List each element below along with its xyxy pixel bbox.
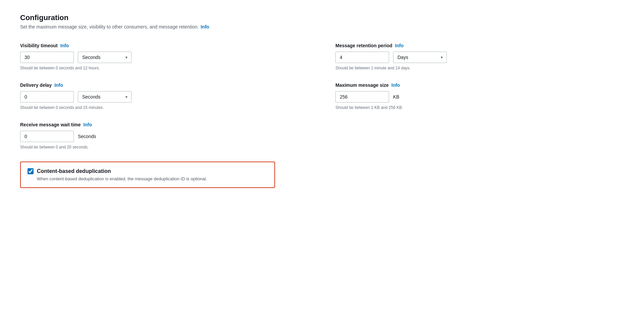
- delivery-delay-hint: Should be between 0 seconds and 15 minut…: [20, 105, 309, 110]
- message-retention-hint: Should be between 1 minute and 14 days.: [335, 66, 624, 70]
- message-retention-section: Message retention period Info Seconds Mi…: [335, 43, 624, 70]
- deduplication-description: When content-based deduplication is enab…: [28, 176, 268, 181]
- message-retention-field-row: Seconds Minutes Hours Days ▼: [335, 52, 624, 63]
- visibility-timeout-input[interactable]: [20, 52, 74, 63]
- deduplication-box: Content-based deduplication When content…: [20, 162, 275, 188]
- deduplication-label: Content-based deduplication: [37, 168, 111, 174]
- delivery-delay-label: Delivery delay Info: [20, 82, 309, 88]
- visibility-timeout-info-link[interactable]: Info: [60, 43, 69, 48]
- message-retention-info-link[interactable]: Info: [395, 43, 404, 48]
- visibility-timeout-field-row: Seconds Minutes Hours ▼: [20, 52, 309, 63]
- receive-wait-time-input[interactable]: [20, 131, 74, 142]
- receive-wait-time-unit: Seconds: [78, 134, 96, 139]
- message-retention-select[interactable]: Seconds Minutes Hours Days: [393, 52, 447, 63]
- delivery-delay-field-row: Seconds Minutes ▼: [20, 91, 309, 103]
- right-column: Message retention period Info Seconds Mi…: [335, 43, 624, 188]
- delivery-delay-section: Delivery delay Info Seconds Minutes ▼ Sh…: [20, 82, 309, 110]
- delivery-delay-input[interactable]: [20, 91, 74, 103]
- max-message-size-section: Maximum message size Info KB Should be b…: [335, 82, 624, 110]
- receive-wait-time-info-link[interactable]: Info: [84, 122, 92, 127]
- max-message-size-input[interactable]: [335, 91, 389, 103]
- message-retention-label: Message retention period Info: [335, 43, 624, 48]
- message-retention-input[interactable]: [335, 52, 389, 63]
- visibility-timeout-select[interactable]: Seconds Minutes Hours: [78, 52, 131, 63]
- max-message-size-hint: Should be between 1 KB and 256 KB.: [335, 105, 624, 110]
- deduplication-checkbox[interactable]: [28, 168, 34, 174]
- max-message-size-label: Maximum message size Info: [335, 82, 624, 88]
- visibility-timeout-section: Visibility timeout Info Seconds Minutes …: [20, 43, 309, 70]
- visibility-timeout-label: Visibility timeout Info: [20, 43, 309, 48]
- delivery-delay-select-wrapper: Seconds Minutes ▼: [78, 91, 131, 103]
- visibility-timeout-select-wrapper: Seconds Minutes Hours ▼: [78, 52, 131, 63]
- header-info-link[interactable]: Info: [201, 24, 209, 29]
- visibility-timeout-hint: Should be between 0 seconds and 12 hours…: [20, 66, 309, 70]
- receive-wait-time-label: Receive message wait time Info: [20, 122, 309, 127]
- delivery-delay-info-link[interactable]: Info: [54, 82, 63, 88]
- receive-wait-time-field-row: Seconds: [20, 131, 309, 142]
- max-message-size-field-row: KB: [335, 91, 624, 103]
- receive-wait-time-hint: Should be between 0 and 20 seconds.: [20, 145, 309, 149]
- page-title: Configuration: [20, 13, 624, 22]
- deduplication-checkbox-row: Content-based deduplication: [28, 168, 268, 174]
- config-grid: Visibility timeout Info Seconds Minutes …: [20, 43, 624, 188]
- subtitle-text: Set the maximum message size, visibility…: [20, 24, 199, 29]
- page-subtitle: Set the maximum message size, visibility…: [20, 24, 624, 29]
- message-retention-select-wrapper: Seconds Minutes Hours Days ▼: [393, 52, 447, 63]
- page-container: Configuration Set the maximum message si…: [0, 0, 644, 311]
- delivery-delay-select[interactable]: Seconds Minutes: [78, 91, 131, 103]
- receive-wait-time-section: Receive message wait time Info Seconds S…: [20, 122, 309, 149]
- max-message-size-unit: KB: [393, 94, 399, 100]
- max-message-size-info-link[interactable]: Info: [391, 82, 400, 88]
- left-column: Visibility timeout Info Seconds Minutes …: [20, 43, 309, 188]
